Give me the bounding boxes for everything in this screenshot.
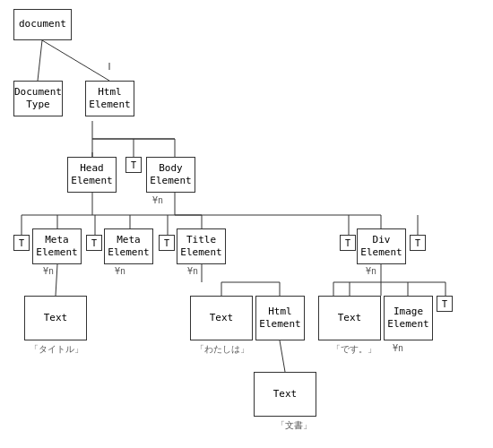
div-element-label: DivElement [360, 234, 402, 260]
title-element-label: TitleElement [180, 234, 221, 260]
head-element-node: HeadElement [67, 157, 117, 193]
yn-meta1-caption: ¥n [43, 266, 54, 276]
t-before-div: T [340, 235, 356, 251]
html-element2-label: HtmlElement [259, 306, 300, 332]
meta-element1-label: MetaElement [36, 234, 77, 260]
t-before-meta2: T [86, 235, 102, 251]
meta-element1-node: MetaElement [32, 228, 82, 264]
text-title-node: Text [24, 296, 87, 340]
yn-meta2-caption: ¥n [115, 266, 125, 276]
text-desu-node: Text [318, 296, 381, 340]
diagram: document DocumentType HtmlElement HeadEl… [0, 0, 493, 448]
html-element-top-label: HtmlElement [89, 86, 130, 112]
head-element-label: HeadElement [71, 162, 112, 188]
connector-lines [0, 0, 493, 448]
text-bunsho-label: Text [273, 388, 298, 401]
t-before-title: T [159, 235, 175, 251]
text-watashi-node: Text [190, 296, 253, 340]
t-head-body: T [125, 157, 142, 173]
text-desu-label: Text [338, 312, 362, 324]
body-element-node: BodyElement [146, 157, 195, 193]
div-element-node: DivElement [357, 228, 406, 264]
yn-image-caption: ¥n [393, 343, 403, 353]
document-type-label: DocumentType [14, 86, 62, 112]
html-element-top-node: HtmlElement [85, 81, 134, 116]
body-element-label: BodyElement [150, 162, 191, 188]
yn-div-caption: ¥n [366, 266, 376, 276]
caption-watashi: 「わたしは」 [179, 343, 264, 356]
text-title-label: Text [44, 312, 68, 324]
text-bunsho-node: Text [254, 372, 316, 417]
yn-title-caption: ¥n [187, 266, 198, 276]
title-element-node: TitleElement [177, 228, 226, 264]
document-label: document [19, 18, 66, 30]
caption-bunsho: 「文書」 [263, 419, 325, 432]
svg-line-27 [56, 264, 57, 296]
image-element-label: ImageElement [387, 306, 428, 332]
svg-line-1 [42, 40, 109, 81]
t-after-image: T [437, 296, 453, 312]
t-after-div: T [410, 235, 426, 251]
text-watashi-label: Text [210, 312, 234, 324]
meta-element2-node: MetaElement [104, 228, 153, 264]
document-type-node: DocumentType [13, 81, 63, 116]
html-element2-node: HtmlElement [255, 296, 305, 340]
caption-desu: 「です。」 [318, 343, 390, 356]
meta-element2-label: MetaElement [108, 234, 149, 260]
t-before-meta1: T [13, 235, 30, 251]
caption-title: 「タイトル」 [13, 343, 99, 356]
image-element-node: ImageElement [384, 296, 433, 340]
svg-line-35 [280, 340, 285, 372]
svg-line-0 [38, 40, 42, 81]
document-node: document [13, 9, 72, 40]
yn-body-caption: ¥n [152, 195, 163, 205]
